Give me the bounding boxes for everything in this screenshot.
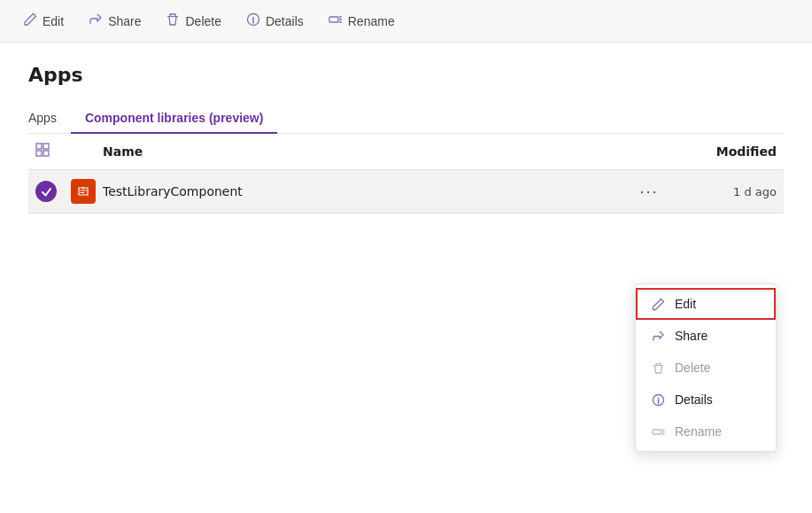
svg-rect-0 <box>167 16 178 17</box>
context-menu-rename: Rename <box>636 416 776 447</box>
context-menu-edit[interactable]: Edit <box>636 288 776 320</box>
context-menu: Edit Share Delete Details <box>635 284 777 452</box>
pencil-icon <box>23 12 37 30</box>
share-icon <box>89 12 103 30</box>
header-check-col <box>35 143 71 160</box>
row-app-icon <box>71 179 103 204</box>
toolbar-rename-label: Rename <box>348 14 395 28</box>
toolbar-share-button[interactable]: Share <box>87 9 143 34</box>
context-info-icon <box>650 393 666 407</box>
row-name: TestLibraryComponent <box>103 184 628 198</box>
context-delete-label: Delete <box>675 361 710 375</box>
toolbar-edit-button[interactable]: Edit <box>21 9 66 34</box>
table-header: Name Modified <box>28 134 784 170</box>
context-share-label: Share <box>675 329 708 343</box>
svg-rect-9 <box>653 430 661 434</box>
info-icon <box>246 12 260 30</box>
row-check <box>35 181 71 202</box>
svg-rect-7 <box>653 365 663 366</box>
toolbar-share-label: Share <box>108 14 141 28</box>
app-icon-box <box>71 179 96 204</box>
row-modified: 1 d ago <box>670 184 777 198</box>
toolbar-delete-button[interactable]: Delete <box>164 9 222 34</box>
context-menu-share[interactable]: Share <box>636 320 776 352</box>
toolbar-edit-label: Edit <box>43 14 64 28</box>
grid-icon <box>35 143 50 160</box>
tab-component-libraries[interactable]: Component libraries (preview) <box>71 104 277 134</box>
page-content: Apps Apps Component libraries (preview) <box>0 43 812 235</box>
trash-icon <box>166 12 180 30</box>
context-rename-label: Rename <box>675 424 722 439</box>
toolbar-delete-label: Delete <box>185 14 220 28</box>
toolbar-rename-button[interactable]: Rename <box>327 9 397 34</box>
header-name-col: Name <box>103 144 628 159</box>
context-edit-label: Edit <box>675 297 696 311</box>
toolbar: Edit Share Delete Details <box>0 0 812 43</box>
selected-check-icon <box>35 181 57 202</box>
svg-rect-6 <box>43 151 49 156</box>
table-row[interactable]: TestLibraryComponent ··· 1 d ago <box>28 170 784 214</box>
header-modified-col: Modified <box>670 144 777 159</box>
svg-rect-3 <box>36 144 42 149</box>
row-dots-menu[interactable]: ··· <box>628 181 670 203</box>
items-table: Name Modified <box>28 134 784 214</box>
tabs-container: Apps Component libraries (preview) <box>28 104 784 134</box>
toolbar-details-button[interactable]: Details <box>244 9 305 34</box>
page-title: Apps <box>28 64 784 86</box>
context-edit-icon <box>650 298 666 311</box>
svg-rect-4 <box>43 144 49 149</box>
rename-icon <box>329 12 343 30</box>
context-menu-details[interactable]: Details <box>636 384 776 416</box>
toolbar-details-label: Details <box>266 14 304 28</box>
context-share-icon <box>650 330 666 343</box>
context-menu-delete: Delete <box>636 352 776 384</box>
context-rename-icon <box>650 425 666 439</box>
row-context-menu-button[interactable]: ··· <box>634 181 663 203</box>
tab-apps[interactable]: Apps <box>28 104 71 134</box>
svg-rect-2 <box>329 17 338 22</box>
svg-rect-5 <box>36 151 42 156</box>
context-trash-icon <box>650 361 666 375</box>
context-details-label: Details <box>675 393 713 407</box>
